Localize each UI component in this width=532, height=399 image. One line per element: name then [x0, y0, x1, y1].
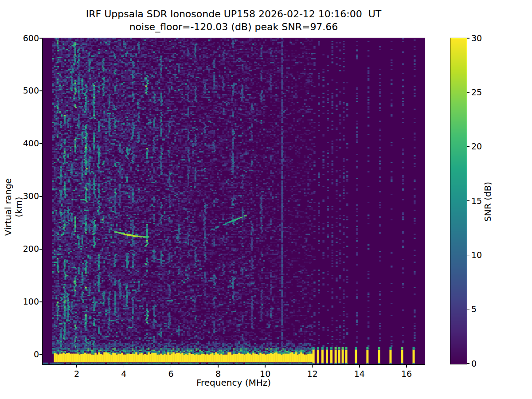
colorbar-tick-mark [467, 146, 469, 147]
y-tick-mark [39, 90, 42, 91]
plot-area [42, 38, 425, 365]
y-tick-label: 0 [12, 350, 39, 359]
colorbar-tick-label: 5 [471, 305, 493, 313]
colorbar-tick-label: 10 [471, 251, 493, 259]
x-tick-mark [76, 365, 77, 368]
chart-subtitle: noise_floor=-120.03 (dB) peak SNR=97.66 [43, 21, 425, 32]
y-tick-label: 500 [12, 86, 39, 95]
y-tick-label: 100 [12, 297, 39, 306]
y-tick-mark [39, 301, 42, 302]
y-tick-label: 600 [12, 34, 39, 43]
y-tick-mark [39, 196, 42, 197]
x-axis-label: Frequency (MHz) [43, 377, 425, 388]
x-tick-mark [312, 365, 313, 368]
y-tick-mark [39, 249, 42, 250]
x-tick-label: 12 [299, 370, 326, 378]
x-tick-mark [124, 365, 125, 368]
x-tick-label: 10 [252, 370, 278, 378]
y-tick-mark [39, 38, 42, 39]
colorbar-tick-label: 0 [471, 360, 493, 368]
colorbar-tick-label: 30 [471, 34, 493, 43]
colorbar-tick-label: 15 [471, 197, 493, 205]
colorbar-tick-label: 20 [471, 142, 493, 151]
x-tick-label: 6 [158, 370, 184, 378]
colorbar [450, 38, 467, 364]
x-tick-label: 2 [63, 370, 90, 378]
x-tick-label: 16 [393, 370, 420, 378]
chart-title: IRF Uppsala SDR Ionosonde UP158 2026-02-… [43, 8, 425, 20]
x-tick-label: 4 [110, 370, 137, 378]
x-tick-mark [218, 365, 219, 368]
x-tick-label: 8 [205, 370, 231, 378]
y-tick-label: 300 [12, 192, 39, 200]
x-tick-mark [406, 365, 407, 368]
x-tick-mark [171, 365, 172, 368]
colorbar-tick-mark [467, 92, 469, 93]
colorbar-tick-label: 25 [471, 88, 493, 97]
colorbar-tick-mark [467, 255, 469, 256]
colorbar-tick-mark [467, 363, 469, 364]
colorbar-tick-mark [467, 200, 469, 201]
y-tick-label: 200 [12, 245, 39, 253]
y-tick-label: 400 [12, 139, 39, 148]
y-axis-label: Virtual range (km) [3, 167, 24, 247]
colorbar-tick-mark [467, 38, 469, 39]
colorbar-tick-mark [467, 309, 469, 310]
ionogram-heatmap-canvas [43, 38, 425, 364]
ionogram-figure: IRF Uppsala SDR Ionosonde UP158 2026-02-… [0, 0, 532, 399]
x-tick-mark [359, 365, 360, 368]
x-tick-label: 14 [346, 370, 373, 378]
y-tick-mark [39, 354, 42, 355]
x-tick-mark [265, 365, 266, 368]
y-tick-mark [39, 143, 42, 144]
colorbar-gradient-canvas [450, 38, 467, 364]
